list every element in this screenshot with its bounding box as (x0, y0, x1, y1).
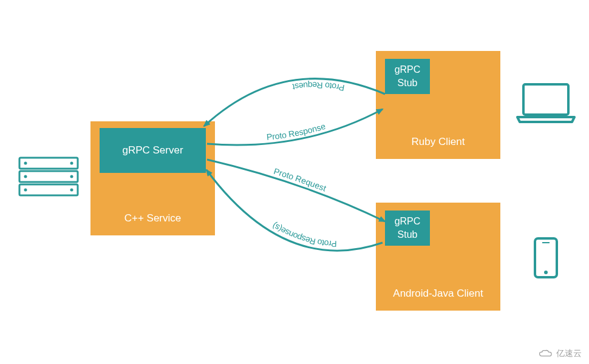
svg-rect-0 (19, 158, 78, 169)
android-response-label: Proto Response(s) (270, 221, 336, 249)
android-request-label: Proto Request (273, 166, 328, 194)
svg-point-8 (70, 189, 73, 192)
svg-rect-9 (523, 84, 568, 115)
ruby-stub-line2: Stub (398, 76, 418, 90)
grpc-server-box: gRPC Server (100, 128, 206, 173)
watermark: 亿速云 (538, 348, 582, 359)
ruby-request-label: Proto Request (291, 81, 345, 93)
svg-point-5 (24, 189, 27, 192)
svg-point-3 (24, 162, 27, 165)
watermark-text: 亿速云 (556, 348, 582, 359)
ruby-stub-box: gRPC Stub (385, 59, 430, 94)
svg-point-7 (70, 175, 73, 178)
android-stub-line1: gRPC (395, 215, 421, 228)
connection-arrows: Proto Request Proto Response Proto Reque… (0, 0, 589, 364)
android-stub-line2: Stub (398, 228, 418, 241)
svg-point-11 (544, 271, 548, 274)
phone-icon (533, 237, 559, 281)
ruby-stub-line1: gRPC (395, 63, 421, 76)
cloud-icon (538, 349, 554, 359)
svg-point-4 (24, 175, 27, 178)
ruby-response-label: Proto Response (266, 121, 327, 142)
android-client-label: Android-Java Client (393, 288, 483, 300)
svg-point-6 (70, 162, 73, 165)
svg-rect-2 (19, 184, 78, 195)
server-rack-icon (18, 157, 79, 199)
android-stub-box: gRPC Stub (385, 211, 430, 246)
laptop-icon (515, 82, 577, 127)
svg-rect-1 (19, 171, 78, 182)
grpc-server-label: gRPC Server (122, 144, 183, 157)
cpp-service-label: C++ Service (124, 212, 182, 224)
ruby-client-label: Ruby Client (412, 136, 465, 148)
